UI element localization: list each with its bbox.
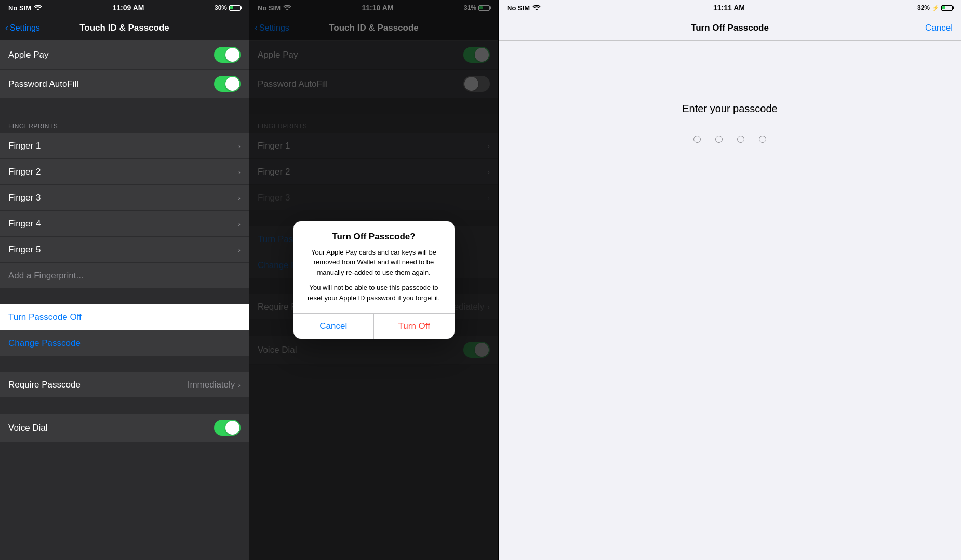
finger2-label-1: Finger 2 <box>8 167 41 177</box>
chevron-finger1-1: › <box>238 142 241 150</box>
gap-2 <box>0 289 249 304</box>
time-1: 11:09 AM <box>113 4 144 12</box>
add-fingerprint-label-1: Add a Fingerprint... <box>8 271 84 281</box>
finger5-label-1: Finger 5 <box>8 245 41 255</box>
chevron-finger4-1: › <box>238 220 241 228</box>
toggle-knob-apple-pay-1 <box>225 48 239 62</box>
panel-3: No SIM 11:11 AM 32% ⚡ Turn Off Passcode … <box>499 0 961 560</box>
settings-content-1: Apple Pay Password AutoFill FINGERPRINTS… <box>0 41 249 560</box>
change-passcode-label-1: Change Passcode <box>8 338 81 349</box>
no-sim-label-3: No SIM <box>507 4 530 12</box>
passcode-dot-1 <box>693 136 701 143</box>
status-bar-3: No SIM 11:11 AM 32% ⚡ <box>499 0 961 16</box>
voice-dial-toggle-1[interactable] <box>214 420 241 436</box>
require-passcode-right-1: Immediately › <box>188 380 241 390</box>
section-fingerprints-1: FINGERPRINTS Finger 1 › Finger 2 › Finge… <box>0 114 249 289</box>
passcode-prompt: Enter your passcode <box>682 103 777 115</box>
section-toggles-1: Apple Pay Password AutoFill <box>0 41 249 99</box>
row-change-passcode-1[interactable]: Change Passcode <box>0 330 249 356</box>
chevron-finger2-1: › <box>238 168 241 176</box>
panel-2: No SIM 11:10 AM 31% ‹ Settings <box>249 0 499 560</box>
passcode-dot-4 <box>759 136 766 143</box>
gap-3 <box>0 356 249 372</box>
panel-1: No SIM 11:09 AM 30% ‹ Settings <box>0 0 249 560</box>
status-right-1: 30% <box>215 4 241 11</box>
status-bar-1: No SIM 11:09 AM 30% <box>0 0 249 16</box>
row-require-passcode-1[interactable]: Require Passcode Immediately › <box>0 372 249 398</box>
lightning-icon-3: ⚡ <box>932 5 939 11</box>
row-finger4-1[interactable]: Finger 4 › <box>0 211 249 237</box>
nav-bar-1: ‹ Settings Touch ID & Passcode <box>0 16 249 41</box>
nav-bar-3: Turn Off Passcode Cancel <box>499 16 961 41</box>
chevron-finger3-1: › <box>238 194 241 202</box>
password-autofill-toggle-1[interactable] <box>214 76 241 92</box>
modal-turn-off-button[interactable]: Turn Off <box>374 314 455 339</box>
modal-cancel-button[interactable]: Cancel <box>293 314 375 339</box>
row-finger1-1[interactable]: Finger 1 › <box>0 133 249 159</box>
turn-passcode-off-label-1: Turn Passcode Off <box>8 312 82 323</box>
battery-percent-3: 32% <box>917 4 930 11</box>
chevron-finger5-1: › <box>238 246 241 254</box>
nav-title-1: Touch ID & Passcode <box>79 23 169 33</box>
finger3-label-1: Finger 3 <box>8 193 41 203</box>
panel3-body: Enter your passcode <box>499 41 961 560</box>
require-passcode-label-1: Require Passcode <box>8 380 81 390</box>
row-password-autofill-1[interactable]: Password AutoFill <box>0 70 249 99</box>
cancel-button-3[interactable]: Cancel <box>925 23 953 33</box>
modal-box: Turn Off Passcode? Your Apple Pay cards … <box>293 221 455 339</box>
no-sim-label-1: No SIM <box>8 4 31 12</box>
gap-1 <box>0 99 249 114</box>
row-turn-passcode-off-1[interactable]: Turn Passcode Off <box>0 304 249 330</box>
row-add-fingerprint-1[interactable]: Add a Fingerprint... <box>0 263 249 289</box>
chevron-require-1: › <box>238 381 241 389</box>
row-apple-pay-1[interactable]: Apple Pay <box>0 41 249 70</box>
back-button-1[interactable]: ‹ Settings <box>5 22 40 33</box>
password-autofill-label-1: Password AutoFill <box>8 79 78 89</box>
passcode-dots <box>693 136 766 143</box>
modal-overlay: Turn Off Passcode? Your Apple Pay cards … <box>249 0 498 560</box>
modal-title: Turn Off Passcode? <box>304 232 444 242</box>
require-passcode-value-1: Immediately <box>188 380 235 390</box>
finger1-label-1: Finger 1 <box>8 141 41 151</box>
apple-pay-label-1: Apple Pay <box>8 50 49 60</box>
back-label-1: Settings <box>10 23 40 33</box>
row-finger2-1[interactable]: Finger 2 › <box>0 159 249 185</box>
fingerprints-header-1: FINGERPRINTS <box>0 114 249 133</box>
back-chevron-1: ‹ <box>5 22 8 33</box>
apple-pay-toggle-1[interactable] <box>214 47 241 63</box>
battery-percent-1: 30% <box>215 4 227 11</box>
battery-icon-3 <box>941 5 953 11</box>
row-finger5-1[interactable]: Finger 5 › <box>0 237 249 263</box>
wifi-icon-1 <box>34 4 42 12</box>
row-finger3-1[interactable]: Finger 3 › <box>0 185 249 211</box>
modal-buttons: Cancel Turn Off <box>293 313 455 339</box>
toggle-knob-autofill-1 <box>225 77 239 91</box>
status-left-3: No SIM <box>507 4 541 12</box>
voice-dial-label-1: Voice Dial <box>8 423 48 433</box>
passcode-dot-3 <box>737 136 744 143</box>
nav-title-3: Turn Off Passcode <box>691 23 769 33</box>
row-voice-dial-1[interactable]: Voice Dial <box>0 414 249 443</box>
battery-icon-1 <box>229 5 241 11</box>
gap-4 <box>0 398 249 414</box>
passcode-dot-2 <box>715 136 723 143</box>
finger4-label-1: Finger 4 <box>8 219 41 229</box>
modal-message-2: You will not be able to use this passcod… <box>304 283 444 303</box>
modal-content: Turn Off Passcode? Your Apple Pay cards … <box>293 221 455 303</box>
status-right-3: 32% ⚡ <box>917 4 953 11</box>
status-left-1: No SIM <box>8 4 42 12</box>
modal-message-1: Your Apple Pay cards and car keys will b… <box>304 247 444 278</box>
toggle-knob-voice-1 <box>225 421 239 435</box>
wifi-icon-3 <box>532 4 541 12</box>
time-3: 11:11 AM <box>713 4 745 12</box>
